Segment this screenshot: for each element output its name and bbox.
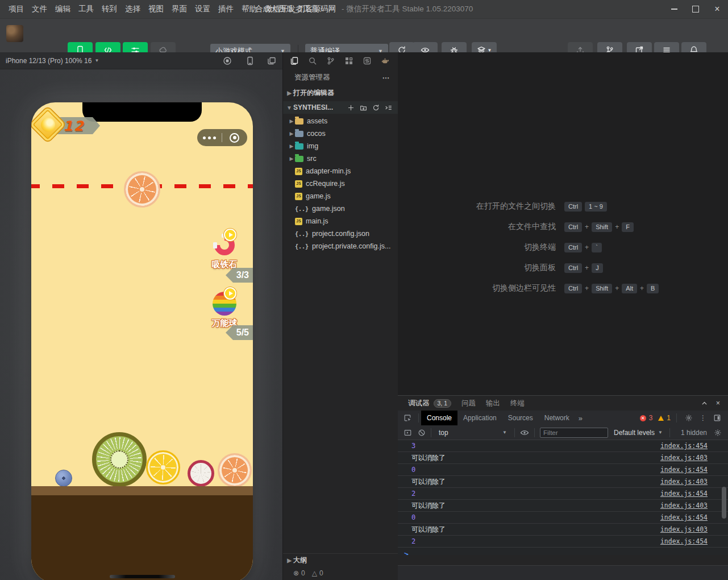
exit-button[interactable] — [222, 133, 247, 143]
log-source-link[interactable]: index.js:403 — [660, 454, 708, 462]
chevron-down-icon: ▼ — [94, 58, 99, 63]
explorer-icon[interactable] — [290, 56, 299, 65]
fruit-lemon[interactable] — [146, 450, 180, 484]
warning-badge-icon[interactable] — [658, 416, 664, 421]
errors-icon: ⊗ — [293, 569, 299, 577]
clear-console-icon[interactable] — [418, 429, 426, 437]
menu-item-插件[interactable]: 插件 — [214, 0, 238, 18]
more-tabs-icon[interactable]: » — [575, 414, 586, 422]
close-panel-icon[interactable]: × — [716, 399, 720, 407]
chevron-right-icon: ▶ — [288, 156, 295, 161]
menu-item-工具[interactable]: 工具 — [74, 0, 98, 18]
panel-tab-问题[interactable]: 问题 — [461, 399, 476, 408]
source-control-icon[interactable] — [326, 56, 335, 65]
key-chip: Ctrl — [564, 222, 582, 232]
device-selector[interactable]: iPhone 12/13 (Pro) 100% 16 — [6, 57, 91, 65]
file-row-img[interactable]: ▶img — [283, 140, 398, 152]
file-row-assets[interactable]: ▶assets — [283, 115, 398, 127]
panel-tab-终端[interactable]: 终端 — [510, 399, 525, 408]
menu-item-编辑[interactable]: 编辑 — [51, 0, 74, 18]
dock-side-icon[interactable] — [713, 414, 721, 422]
log-source-link[interactable]: index.js:454 — [660, 490, 708, 498]
log-source-link[interactable]: index.js:454 — [660, 466, 708, 474]
new-folder-icon[interactable] — [360, 104, 367, 111]
file-row-adapter-min.js[interactable]: JSadapter-min.js — [283, 165, 398, 177]
maximize-button[interactable] — [685, 0, 706, 18]
assets-folder-icon — [295, 118, 303, 125]
new-file-icon[interactable] — [347, 104, 355, 111]
problems-status[interactable]: ⊗0 △0 — [283, 566, 398, 580]
app-title: - 微信开发者工具 Stable 1.05.2203070 — [342, 5, 473, 13]
refresh-explorer-icon[interactable] — [372, 104, 380, 111]
console-sidebar-icon — [403, 429, 412, 437]
extensions-icon[interactable] — [344, 56, 353, 65]
devtools-settings-icon[interactable] — [685, 414, 693, 422]
collapse-folders-icon[interactable] — [385, 104, 392, 111]
menu-item-文件[interactable]: 文件 — [28, 0, 51, 18]
tea-icon[interactable] — [381, 56, 390, 65]
log-source-link[interactable]: index.js:403 — [660, 525, 708, 533]
file-row-src[interactable]: ▶src — [283, 152, 398, 165]
menu-item-项目[interactable]: 项目 — [5, 0, 28, 18]
log-levels-select[interactable]: Default levels▼ — [614, 429, 663, 437]
user-avatar[interactable] — [6, 25, 23, 42]
search-icon[interactable] — [308, 56, 317, 65]
file-row-cocos[interactable]: ▶cocos — [283, 127, 398, 140]
fruit-kiwi[interactable] — [92, 432, 147, 487]
open-editors-section[interactable]: ▶ 打开的编辑器 — [283, 86, 398, 99]
powerup-万能球[interactable]: 万能球5/5 — [196, 291, 253, 329]
live-expression-icon[interactable] — [520, 428, 529, 437]
panel-tab-调试器[interactable]: 调试器3, 1 — [408, 399, 451, 408]
json-file-icon: {..} — [295, 205, 309, 213]
menu-item-选择[interactable]: 选择 — [121, 0, 144, 18]
js-file-icon: JS — [295, 193, 302, 200]
outline-section[interactable]: ▶ 大纲 — [283, 553, 398, 566]
menu-item-设置[interactable]: 设置 — [191, 0, 214, 18]
snippets-icon[interactable] — [363, 56, 372, 65]
fruit-orange[interactable] — [218, 453, 252, 487]
project-title: 合成大西瓜_刀客源码网 — [255, 5, 336, 13]
project-section[interactable]: ▼ SYNTHESI... — [283, 101, 398, 114]
file-row-project.config.json[interactable]: {..}project.config.json — [283, 227, 398, 240]
log-source-link[interactable]: index.js:403 — [660, 502, 708, 509]
log-source-link[interactable]: index.js:454 — [660, 442, 708, 450]
console-settings-icon[interactable] — [714, 429, 722, 437]
collapse-panel-icon[interactable] — [701, 399, 708, 407]
log-value: 可以消除了 — [411, 453, 660, 463]
console-scrollbar[interactable] — [722, 487, 726, 519]
more-menu-button[interactable] — [197, 136, 222, 139]
file-row-ccRequire.js[interactable]: JSccRequire.js — [283, 177, 398, 190]
file-row-project.private.config.js...[interactable]: {..}project.private.config.js... — [283, 240, 398, 252]
console-filter-input[interactable] — [540, 428, 608, 438]
panel-tab-输出[interactable]: 输出 — [486, 399, 500, 408]
close-button[interactable]: × — [706, 0, 728, 18]
kebab-menu-icon[interactable]: ⋮ — [700, 414, 706, 422]
activity-bar — [283, 52, 398, 69]
explorer-panel: 资源管理器 ⋯ ▶ 打开的编辑器 ▼ SYNTHESI... ▶assets▶c… — [282, 52, 398, 580]
log-source-link[interactable]: index.js:454 — [660, 513, 708, 521]
fruit-mangosteen[interactable] — [188, 460, 214, 487]
devtools-tab-Application[interactable]: Application — [457, 411, 502, 425]
context-select[interactable]: top▼ — [436, 429, 509, 437]
file-row-game.json[interactable]: {..}game.json — [283, 202, 398, 215]
console-sidebar-icon[interactable] — [403, 429, 412, 437]
devtools-tab-Sources[interactable]: Sources — [502, 411, 539, 425]
log-source-link[interactable]: index.js:454 — [660, 537, 708, 545]
error-badge-icon[interactable]: ✕ — [640, 415, 646, 421]
more-actions-icon[interactable]: ⋯ — [382, 73, 390, 82]
fruit-blueberry[interactable] — [55, 470, 72, 487]
powerup-吸铁石[interactable]: 吸铁石3/3 — [196, 232, 253, 270]
file-row-game.js[interactable]: JSgame.js — [283, 190, 398, 202]
menu-item-界面[interactable]: 界面 — [168, 0, 191, 18]
menu-item-视图[interactable]: 视图 — [144, 0, 168, 18]
devtools-tab-Console[interactable]: Console — [421, 411, 457, 425]
file-row-main.js[interactable]: JSmain.js — [283, 215, 398, 227]
devtools-tab-Network[interactable]: Network — [539, 411, 575, 425]
menu-item-转到[interactable]: 转到 — [98, 0, 121, 18]
fruit-orange[interactable] — [124, 171, 160, 208]
phone-screen[interactable]: 12 吸铁石3/3万能球5/5 — [31, 102, 253, 580]
shortcut-row: 在文件中查找Ctrl+Shift+F — [398, 217, 716, 237]
console-prompt[interactable]: > — [398, 548, 728, 555]
log-source-link[interactable]: index.js:403 — [660, 478, 708, 486]
minimize-button[interactable] — [663, 0, 685, 18]
